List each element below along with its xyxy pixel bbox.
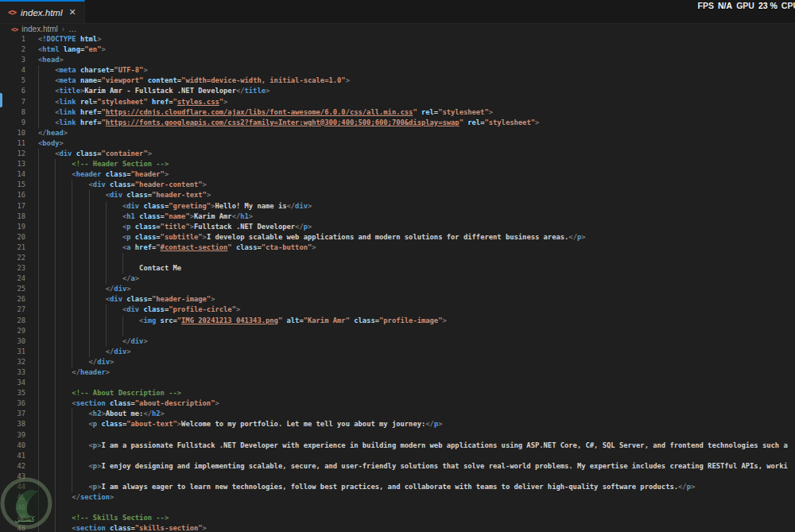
code-line[interactable]: 16 <div class="header-text"> (0, 190, 795, 200)
line-number: 19 (0, 222, 25, 232)
indent-guide (55, 472, 56, 482)
code-line[interactable]: 45 </section> (0, 492, 795, 503)
code-line[interactable]: 47 <!-- Skills Section --> (0, 513, 795, 523)
code-line[interactable]: 9 <link href="https://fonts.googleapis.c… (0, 118, 795, 128)
code-line[interactable]: 28 <img src="IMG_20241213_041343.png" al… (0, 316, 795, 326)
indent-guide (106, 336, 107, 347)
code-line[interactable]: 48 <section class="skills-section"> (0, 523, 795, 532)
code-line[interactable]: 19 <p class="title">Fullstack .NET Devel… (0, 222, 795, 232)
code-line[interactable]: 10</head> (0, 128, 795, 138)
line-number: 40 (0, 441, 25, 451)
code-line[interactable]: 6 <title>Karim Amr - Fullstack .NET Deve… (0, 86, 795, 96)
code-line[interactable]: 15 <div class="header-content"> (0, 180, 795, 190)
code-line[interactable]: 5 <meta name="viewport" content="width=d… (0, 76, 795, 86)
indent-guide (89, 326, 90, 336)
code-line[interactable]: 27 <div class="profile-circle"> (0, 305, 795, 315)
code-line[interactable]: 11<body> (0, 138, 795, 149)
code-line[interactable]: 24 </a> (0, 274, 795, 284)
code-line[interactable]: 23 Contact Me (0, 263, 795, 274)
indent-guide (89, 316, 90, 326)
code-line[interactable]: 41 (0, 451, 795, 461)
code-line[interactable]: 39 (0, 430, 795, 441)
code-text: <p class="about-text">Welcome to my port… (38, 419, 442, 429)
line-number: 14 (0, 169, 25, 180)
close-icon[interactable]: ✕ (67, 7, 76, 17)
code-line[interactable]: 35 <!-- About Description --> (0, 388, 795, 398)
code-line[interactable]: 36 <section class="about-description"> (0, 398, 795, 409)
indent-guide (106, 232, 107, 243)
code-text: </header> (38, 367, 110, 378)
indent-guide (38, 441, 39, 451)
indent-guide (72, 284, 72, 294)
code-line[interactable]: 21 <a href="#contact-section" class="cta… (0, 243, 795, 253)
code-line[interactable]: 22 (0, 253, 795, 263)
indent-guide (55, 336, 56, 347)
line-number: 23 (0, 263, 25, 274)
breadcrumb-ellipsis[interactable]: … (68, 25, 76, 33)
code-line[interactable]: 25 </div> (0, 284, 795, 294)
code-line[interactable]: 2<html lang="en"> (0, 45, 795, 55)
indent-guide (38, 201, 39, 212)
indent-guide (55, 451, 56, 461)
code-line[interactable]: 13 <!-- Header Section --> (0, 159, 795, 169)
line-number: 29 (0, 326, 25, 336)
code-line[interactable]: 34 (0, 378, 795, 388)
code-line[interactable]: 3<head> (0, 55, 795, 65)
code-line[interactable]: 29 (0, 326, 795, 336)
indent-guide (72, 451, 72, 461)
code-line[interactable]: 33 </header> (0, 367, 795, 378)
indent-guide (89, 336, 90, 347)
code-line[interactable]: 42 <p>I enjoy designing and implementing… (0, 461, 795, 472)
code-line[interactable]: 31 </div> (0, 347, 795, 357)
indent-guide (38, 243, 39, 253)
indent-guide (38, 347, 39, 357)
code-line[interactable]: 26 <div class="header-image"> (0, 294, 795, 305)
code-line[interactable]: 43 (0, 472, 795, 482)
code-editor[interactable]: 1<!DOCTYPE html>2<html lang="en">3<head>… (0, 34, 795, 532)
code-line[interactable]: 38 <p class="about-text">Welcome to my p… (0, 419, 795, 429)
indent-guide (106, 243, 107, 253)
code-text: <p>I am always eager to learn new techno… (38, 482, 695, 492)
code-line[interactable]: 1<!DOCTYPE html> (0, 34, 795, 45)
code-line[interactable]: 18 <h1 class="name">Karim Amr</h1> (0, 212, 795, 222)
code-text: <meta charset="UTF-8"> (38, 65, 148, 76)
code-line[interactable]: 7 <link rel="stylesheet" href="styles.cs… (0, 97, 795, 107)
indent-guide (89, 222, 90, 232)
indent-guide (72, 357, 72, 367)
line-number: 45 (0, 492, 25, 503)
editor-window: <> index.html ✕ FPS N/A GPU 23 % CPU <> … (0, 0, 795, 532)
line-number: 24 (0, 274, 25, 284)
code-text: <p class="title">Fullstack .NET Develope… (38, 222, 312, 232)
line-number: 38 (0, 419, 25, 429)
indent-guide (106, 212, 107, 222)
code-text: <!-- About Description --> (38, 388, 181, 398)
indent-guide (38, 149, 39, 159)
line-number: 33 (0, 367, 25, 378)
indent-guide (38, 503, 39, 513)
tab-index-html[interactable]: <> index.html ✕ (0, 0, 85, 23)
indent-guide (38, 367, 39, 378)
code-line[interactable]: 32 </div> (0, 357, 795, 367)
code-line[interactable]: 37 <h2>About me:</h2> (0, 409, 795, 419)
code-line[interactable]: 8 <link href="https://cdnjs.cloudflare.c… (0, 107, 795, 118)
indent-guide (72, 190, 72, 200)
code-text: <link href="https://fonts.googleapis.com… (38, 118, 539, 128)
code-line[interactable]: 14 <header class="header"> (0, 169, 795, 180)
code-line[interactable]: 40 <p>I am a passionate Fullstack .NET D… (0, 441, 795, 451)
indent-guide (38, 513, 39, 523)
code-line[interactable]: 46 (0, 503, 795, 513)
indent-guide (72, 274, 72, 284)
indent-guide (89, 294, 90, 305)
breadcrumb-item-file[interactable]: index.html (21, 25, 58, 33)
code-line[interactable]: 4 <meta charset="UTF-8"> (0, 65, 795, 76)
code-line[interactable]: 30 </div> (0, 336, 795, 347)
code-line[interactable]: 12 <div class="container"> (0, 149, 795, 159)
tab-bar: <> index.html ✕ (0, 0, 795, 24)
code-line[interactable]: 44 <p>I am always eager to learn new tec… (0, 482, 795, 492)
code-line[interactable]: 20 <p class="subtitle">I develop scalabl… (0, 232, 795, 243)
code-line[interactable]: 17 <div class="greeting">Hello! My name … (0, 201, 795, 212)
line-number: 46 (0, 503, 25, 513)
indent-guide (38, 232, 39, 243)
indent-guide (38, 523, 39, 532)
indent-guide (38, 378, 39, 388)
